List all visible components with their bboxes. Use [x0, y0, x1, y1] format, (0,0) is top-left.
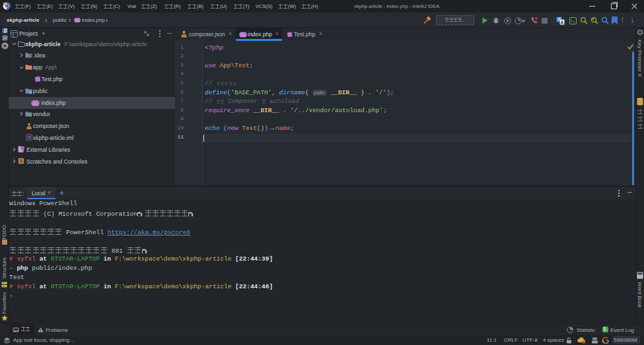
svg-text:IJ: IJ: [28, 136, 31, 140]
